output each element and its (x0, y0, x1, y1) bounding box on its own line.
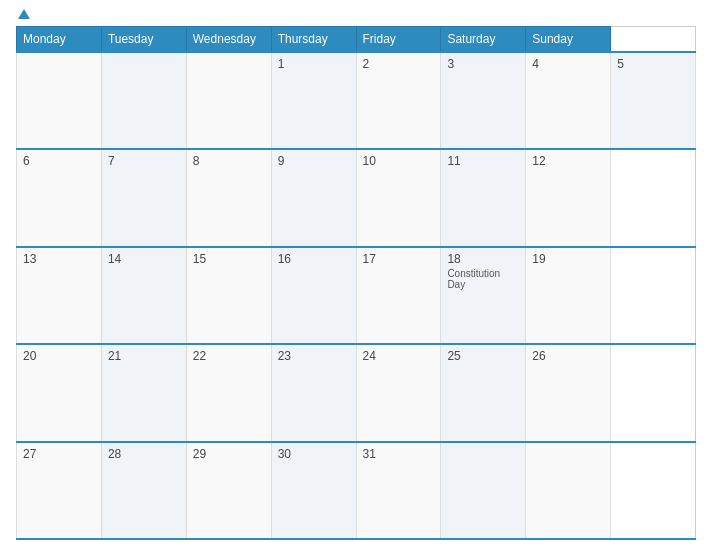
calendar-day-cell: 17 (356, 247, 441, 344)
day-number: 17 (363, 252, 435, 266)
calendar-day-cell: 13 (17, 247, 102, 344)
calendar-day-cell: 24 (356, 344, 441, 441)
calendar-day-cell: 2 (356, 52, 441, 149)
calendar-day-cell: 12 (526, 149, 611, 246)
calendar-day-cell (17, 52, 102, 149)
header (16, 10, 696, 20)
calendar-day-cell (441, 442, 526, 539)
calendar-week-row: 131415161718Constitution Day19 (17, 247, 696, 344)
calendar-day-cell (101, 52, 186, 149)
day-number: 29 (193, 447, 265, 461)
calendar-day-cell: 11 (441, 149, 526, 246)
day-number: 23 (278, 349, 350, 363)
day-number: 4 (532, 57, 604, 71)
day-number: 25 (447, 349, 519, 363)
calendar-day-cell: 19 (526, 247, 611, 344)
day-number: 2 (363, 57, 435, 71)
calendar-day-cell: 6 (17, 149, 102, 246)
calendar-day-cell: 8 (186, 149, 271, 246)
column-header-wednesday: Wednesday (186, 27, 271, 53)
day-number: 27 (23, 447, 95, 461)
calendar-header-row: MondayTuesdayWednesdayThursdayFridaySatu… (17, 27, 696, 53)
day-number: 13 (23, 252, 95, 266)
day-number: 12 (532, 154, 604, 168)
calendar-day-cell: 30 (271, 442, 356, 539)
day-number: 11 (447, 154, 519, 168)
day-number: 3 (447, 57, 519, 71)
column-header-thursday: Thursday (271, 27, 356, 53)
calendar-day-cell: 20 (17, 344, 102, 441)
calendar-day-cell (186, 52, 271, 149)
holiday-label: Constitution Day (447, 268, 519, 290)
logo (16, 10, 30, 20)
day-number: 26 (532, 349, 604, 363)
calendar-day-cell: 3 (441, 52, 526, 149)
calendar-day-cell: 28 (101, 442, 186, 539)
day-number: 10 (363, 154, 435, 168)
day-number: 5 (617, 57, 689, 71)
calendar-day-cell: 26 (526, 344, 611, 441)
calendar-day-cell: 22 (186, 344, 271, 441)
column-header-sunday: Sunday (526, 27, 611, 53)
logo-triangle-icon (18, 9, 30, 19)
calendar-day-cell: 25 (441, 344, 526, 441)
day-number: 18 (447, 252, 519, 266)
calendar-day-cell: 18Constitution Day (441, 247, 526, 344)
calendar-week-row: 6789101112 (17, 149, 696, 246)
calendar-day-cell: 31 (356, 442, 441, 539)
calendar-day-cell: 14 (101, 247, 186, 344)
day-number: 1 (278, 57, 350, 71)
column-header-tuesday: Tuesday (101, 27, 186, 53)
day-number: 8 (193, 154, 265, 168)
day-number: 30 (278, 447, 350, 461)
calendar-page: MondayTuesdayWednesdayThursdayFridaySatu… (0, 0, 712, 550)
column-header-monday: Monday (17, 27, 102, 53)
column-header-friday: Friday (356, 27, 441, 53)
calendar-day-cell: 23 (271, 344, 356, 441)
calendar-day-cell: 15 (186, 247, 271, 344)
day-number: 31 (363, 447, 435, 461)
calendar-week-row: 2728293031 (17, 442, 696, 539)
day-number: 16 (278, 252, 350, 266)
calendar-week-row: 12345 (17, 52, 696, 149)
calendar-day-cell: 7 (101, 149, 186, 246)
calendar-day-cell: 29 (186, 442, 271, 539)
day-number: 24 (363, 349, 435, 363)
day-number: 9 (278, 154, 350, 168)
calendar-week-row: 20212223242526 (17, 344, 696, 441)
day-number: 6 (23, 154, 95, 168)
day-number: 19 (532, 252, 604, 266)
day-number: 15 (193, 252, 265, 266)
calendar-day-cell: 21 (101, 344, 186, 441)
calendar-day-cell: 10 (356, 149, 441, 246)
calendar-day-cell: 9 (271, 149, 356, 246)
column-header-saturday: Saturday (441, 27, 526, 53)
day-number: 22 (193, 349, 265, 363)
day-number: 7 (108, 154, 180, 168)
day-number: 21 (108, 349, 180, 363)
calendar-day-cell: 4 (526, 52, 611, 149)
calendar-day-cell: 5 (611, 52, 696, 149)
calendar-table: MondayTuesdayWednesdayThursdayFridaySatu… (16, 26, 696, 540)
day-number: 28 (108, 447, 180, 461)
day-number: 14 (108, 252, 180, 266)
calendar-day-cell: 1 (271, 52, 356, 149)
calendar-day-cell (526, 442, 611, 539)
day-number: 20 (23, 349, 95, 363)
calendar-day-cell: 16 (271, 247, 356, 344)
calendar-day-cell: 27 (17, 442, 102, 539)
